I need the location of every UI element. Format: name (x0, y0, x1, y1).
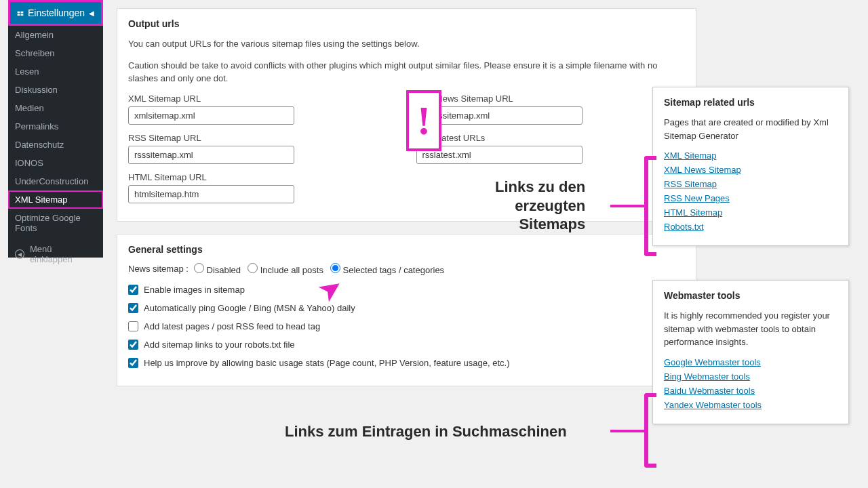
related-heading: Sitemap related urls (664, 97, 837, 108)
sidebar-item-datenschutz[interactable]: Datenschutz (8, 136, 103, 154)
annotation-line-icon (610, 430, 644, 432)
collapse-menu[interactable]: ◀ Menü einklappen (8, 237, 103, 271)
news-sitemap-label: XML News Sitemap URL (416, 94, 686, 104)
sidebar-item-schreiben[interactable]: Schreiben (8, 44, 103, 62)
webmaster-link-0[interactable]: Google Webmaster tools (664, 357, 837, 367)
svg-rect-2 (18, 14, 20, 16)
related-link-4[interactable]: HTML Sitemap (664, 207, 837, 218)
checkbox-label-0: Enable images in sitemap (144, 285, 245, 295)
checkbox-label-3: Add sitemap links to your robots.txt fil… (144, 340, 295, 350)
svg-rect-1 (21, 12, 24, 13)
svg-rect-3 (21, 14, 24, 16)
settings-icon (17, 8, 24, 18)
checkbox-label-4: Help us improve by allowing basic usage … (144, 358, 510, 368)
general-settings-card: General settings News sitemap : Disabled… (117, 234, 696, 386)
news-sitemap-prefix: News sitemap : (128, 264, 189, 274)
related-link-2[interactable]: RSS Sitemap (664, 179, 837, 189)
checkbox-row-3: Add sitemap links to your robots.txt fil… (128, 340, 685, 350)
output-desc1: You can output URLs for the various site… (128, 37, 685, 51)
chevron-left-icon: ◀ (89, 9, 94, 17)
output-desc2: Caution should be take to avoid conflict… (128, 59, 685, 85)
checkbox-row-1: Automatically ping Google / Bing (MSN & … (128, 303, 685, 313)
html-sitemap-input[interactable] (128, 185, 294, 203)
sidebar-item-medien[interactable]: Medien (8, 99, 103, 117)
general-heading: General settings (128, 244, 685, 255)
sidebar-item-underconstruction[interactable]: UnderConstruction (8, 172, 103, 190)
main-content: Output urls You can output URLs for the … (117, 8, 696, 399)
checkbox-1[interactable] (128, 303, 138, 313)
xml-sitemap-input[interactable] (128, 106, 294, 125)
sidebar-item-lesen[interactable]: Lesen (8, 62, 103, 81)
checkbox-row-4: Help us improve by allowing basic usage … (128, 358, 685, 368)
collapse-icon: ◀ (15, 249, 24, 259)
checkbox-0[interactable] (128, 285, 138, 295)
checkbox-2[interactable] (128, 321, 138, 331)
annotation-text-search: Links zum Eintragen in Suchmaschinen (285, 423, 567, 441)
annotation-bracket-icon (644, 156, 656, 256)
related-link-1[interactable]: XML News Sitemap (664, 165, 837, 175)
sidebar-header-settings[interactable]: Einstellungen ◀ (8, 0, 103, 26)
news-option-2[interactable]: Selected tags / categories (330, 265, 444, 275)
annotation-bracket-icon (644, 393, 656, 468)
rss-sitemap-input[interactable] (128, 146, 294, 164)
news-option-1[interactable]: Include all posts (248, 265, 323, 275)
related-desc: Pages that are created or modified by Xm… (664, 116, 837, 142)
related-link-5[interactable]: Robots.txt (664, 222, 837, 232)
checkbox-3[interactable] (128, 340, 138, 350)
sidebar-item-optimize-google-fonts[interactable]: Optimize Google Fonts (8, 209, 103, 237)
checkbox-row-0: Enable images in sitemap (128, 285, 685, 295)
annotation-line-icon (610, 205, 644, 207)
sidebar-item-allgemein[interactable]: Allgemein (8, 26, 103, 44)
checkbox-label-2: Add latest pages / post RSS feed to head… (144, 321, 320, 331)
related-link-3[interactable]: RSS New Pages (664, 193, 837, 203)
sidebar-item-ionos[interactable]: IONOS (8, 154, 103, 172)
sidebar-item-diskussion[interactable]: Diskussion (8, 81, 103, 99)
checkbox-4[interactable] (128, 358, 138, 368)
annotation-text-sitemaps: Links zu denerzeugtenSitemaps (495, 178, 585, 234)
svg-rect-0 (18, 12, 20, 13)
right-sidebar: Sitemap related urls Pages that are crea… (652, 87, 849, 458)
webmaster-heading: Webmaster tools (664, 290, 837, 301)
webmaster-link-1[interactable]: Bing Webmaster tools (664, 371, 837, 382)
sidebar-item-permalinks[interactable]: Permalinks (8, 117, 103, 136)
checkbox-label-1: Automatically ping Google / Bing (MSN & … (144, 303, 355, 313)
sidebar-item-xml-sitemap[interactable]: XML Sitemap (8, 190, 103, 209)
rss-sitemap-label: RSS Sitemap URL (128, 133, 397, 143)
admin-sidebar: Einstellungen ◀ AllgemeinSchreibenLesenD… (8, 0, 103, 258)
news-sitemap-radio-row: News sitemap : Disabled Include all post… (128, 263, 685, 275)
xml-sitemap-label: XML Sitemap URL (128, 94, 397, 104)
output-heading: Output urls (128, 18, 685, 29)
related-link-0[interactable]: XML Sitemap (664, 150, 837, 161)
news-option-0[interactable]: Disabled (194, 265, 241, 275)
webmaster-desc: It is highly recommended you register yo… (664, 309, 837, 349)
webmaster-link-3[interactable]: Yandex Webmaster tools (664, 400, 837, 410)
checkbox-row-2: Add latest pages / post RSS feed to head… (128, 321, 685, 331)
sitemap-related-card: Sitemap related urls Pages that are crea… (652, 87, 849, 246)
collapse-label: Menü einklappen (30, 244, 96, 264)
annotation-exclamation: ! (406, 90, 441, 151)
rss-latest-label: RSS Latest URLs (416, 133, 686, 143)
webmaster-link-2[interactable]: Baidu Webmaster tools (664, 386, 837, 396)
sidebar-header-label: Einstellungen (28, 7, 85, 18)
webmaster-tools-card: Webmaster tools It is highly recommended… (652, 280, 849, 424)
html-sitemap-label: HTML Sitemap URL (128, 172, 397, 182)
